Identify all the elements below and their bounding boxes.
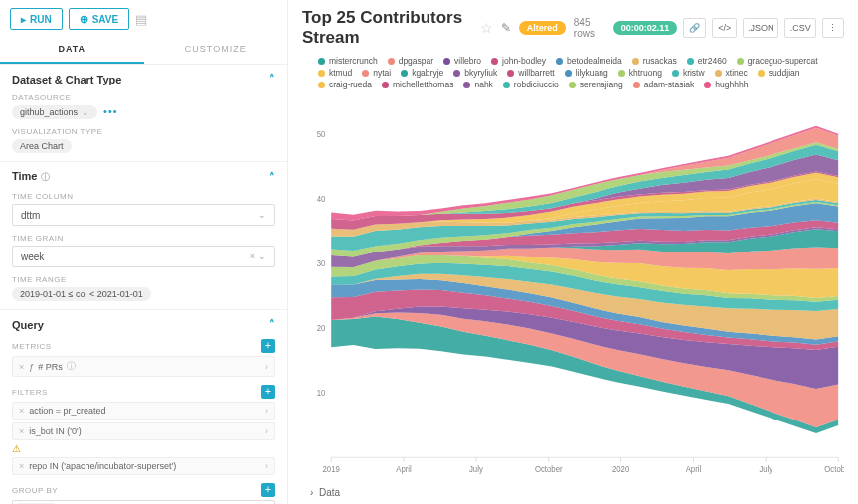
time-column-select[interactable]: dttm ⌄ — [12, 204, 275, 226]
chevron-up-icon: ˄ — [269, 73, 275, 85]
tab-customize[interactable]: CUSTOMIZE — [144, 36, 288, 64]
svg-text:40: 40 — [317, 195, 326, 204]
remove-icon[interactable]: × — [19, 406, 24, 416]
legend-item[interactable]: betodealmeida — [556, 56, 622, 66]
legend-item[interactable]: nytai — [362, 68, 391, 78]
legend-item[interactable]: mistercrunch — [318, 56, 378, 66]
time-grain-select[interactable]: week ×⌄ — [12, 246, 275, 267]
legend-label: graceguo-supercat — [748, 56, 818, 66]
altered-badge[interactable]: Altered — [519, 21, 566, 35]
legend-item[interactable]: dpgaspar — [388, 56, 433, 66]
legend-swatch — [463, 82, 470, 88]
legend-item[interactable]: willbarrett — [507, 68, 554, 78]
time-column-value: dttm — [21, 210, 40, 221]
legend-label: dpgaspar — [399, 56, 433, 66]
legend-item[interactable]: ktmud — [318, 68, 352, 78]
legend-label: nahk — [474, 80, 492, 89]
legend-item[interactable]: rusackas — [632, 56, 677, 66]
legend-item[interactable]: kgabryje — [401, 68, 443, 78]
star-icon[interactable]: ☆ — [480, 20, 493, 36]
add-groupby-button[interactable]: + — [261, 483, 275, 497]
legend-swatch — [687, 58, 694, 65]
stream-chart[interactable]: 10203040502019AprilJulyOctober2020AprilJ… — [302, 95, 844, 481]
add-filter-button[interactable]: + — [261, 385, 275, 399]
properties-icon[interactable]: ▤ — [135, 12, 147, 27]
legend-swatch — [318, 58, 325, 65]
legend-item[interactable]: serenajiang — [569, 80, 623, 89]
legend-item[interactable]: adam-stasiak — [633, 80, 695, 89]
svg-text:July: July — [759, 465, 773, 474]
panel-query: Query ˄ METRICS + × ƒ # PRs ⓘ › FILTERS … — [0, 310, 287, 504]
filter-chip[interactable]: × is_bot IN ('0') › — [12, 422, 275, 440]
legend-item[interactable]: john-bodley — [491, 56, 546, 66]
viz-type-label: VISUALIZATION TYPE — [12, 127, 275, 136]
svg-text:October: October — [535, 465, 563, 474]
more-menu-icon[interactable]: ⋮ — [822, 18, 844, 38]
legend-item[interactable]: khtruong — [618, 68, 662, 78]
legend-item[interactable]: xtinec — [715, 68, 748, 78]
csv-button[interactable]: .CSV — [784, 18, 816, 38]
chevron-right-icon: › — [265, 426, 268, 436]
legend-swatch — [715, 70, 722, 77]
legend-label: ktmud — [329, 68, 352, 78]
chevron-up-icon: ˄ — [269, 318, 275, 331]
info-icon: ⓘ — [67, 360, 76, 373]
chevron-up-icon: ˄ — [269, 171, 275, 184]
chevron-right-icon: › — [265, 461, 268, 471]
legend-swatch — [758, 70, 765, 77]
panel-query-header[interactable]: Query ˄ — [12, 318, 275, 331]
legend-item[interactable]: lilykuang — [565, 68, 608, 78]
metric-value: # PRs — [38, 362, 63, 372]
legend-item[interactable]: suddjian — [758, 68, 800, 78]
legend-item[interactable]: hughhhh — [704, 80, 748, 89]
viz-type-pill[interactable]: Area Chart — [12, 139, 72, 153]
groupby-select[interactable]: actor × 20 option(s) × ⌄ — [12, 500, 275, 504]
panel-time-header[interactable]: Time ⓘ ˄ — [12, 170, 275, 184]
legend-item[interactable]: nahk — [463, 80, 492, 89]
legend-item[interactable]: etr2460 — [687, 56, 727, 66]
link-button[interactable]: 🔗 — [683, 18, 706, 38]
clear-icon[interactable]: × — [250, 252, 255, 261]
embed-button[interactable]: </> — [712, 18, 737, 38]
chevron-right-icon: › — [265, 362, 268, 372]
svg-text:April: April — [686, 465, 702, 474]
json-button[interactable]: .JSON — [743, 18, 778, 38]
svg-text:2019: 2019 — [323, 465, 341, 474]
save-button[interactable]: ⊕ SAVE — [69, 8, 130, 30]
legend-label: robdiciuccio — [514, 80, 559, 89]
legend-label: rusackas — [643, 56, 677, 66]
remove-icon[interactable]: × — [19, 362, 24, 372]
legend-item[interactable]: graceguo-supercat — [737, 56, 818, 66]
panel-dataset-header[interactable]: Dataset & Chart Type ˄ — [12, 73, 275, 85]
legend-item[interactable]: villebro — [443, 56, 481, 66]
legend-item[interactable]: michelletthomas — [382, 80, 453, 89]
edit-icon[interactable]: ✎ — [501, 21, 511, 35]
time-range-pill[interactable]: 2019-01-01 ≤ col < 2021-01-01 — [12, 287, 151, 301]
legend-swatch — [633, 82, 640, 88]
legend-label: michelletthomas — [393, 80, 453, 89]
panel-time-title: Time — [12, 170, 37, 182]
legend-label: craig-rueda — [329, 80, 372, 89]
legend-item[interactable]: craig-rueda — [318, 80, 372, 89]
tab-data[interactable]: DATA — [0, 36, 144, 64]
datasource-pill[interactable]: github_actions ⌄ — [12, 105, 97, 119]
legend-swatch — [362, 70, 369, 77]
remove-icon[interactable]: × — [19, 461, 24, 471]
legend-item[interactable]: bkyryliuk — [453, 68, 497, 78]
legend-swatch — [618, 70, 625, 77]
add-metric-button[interactable]: + — [261, 339, 275, 353]
run-button[interactable]: ▸ RUN — [10, 8, 63, 30]
legend-item[interactable]: robdiciuccio — [503, 80, 559, 89]
legend-label: serenajiang — [580, 80, 623, 89]
data-section-toggle[interactable]: › Data — [302, 487, 844, 498]
metric-chip[interactable]: × ƒ # PRs ⓘ › — [12, 356, 275, 377]
filter-chip[interactable]: × repo IN ('apache/incubator-superset') … — [12, 457, 275, 475]
legend-label: kristw — [683, 68, 705, 78]
legend-item[interactable]: kristw — [672, 68, 705, 78]
filter-chip[interactable]: × action = pr_created › — [12, 402, 275, 420]
remove-icon[interactable]: × — [19, 426, 24, 436]
legend-swatch — [632, 58, 639, 65]
filters-label: FILTERS — [12, 388, 48, 397]
datasource-more-icon[interactable]: ••• — [103, 105, 118, 117]
chevron-down-icon: ⌄ — [82, 107, 89, 117]
